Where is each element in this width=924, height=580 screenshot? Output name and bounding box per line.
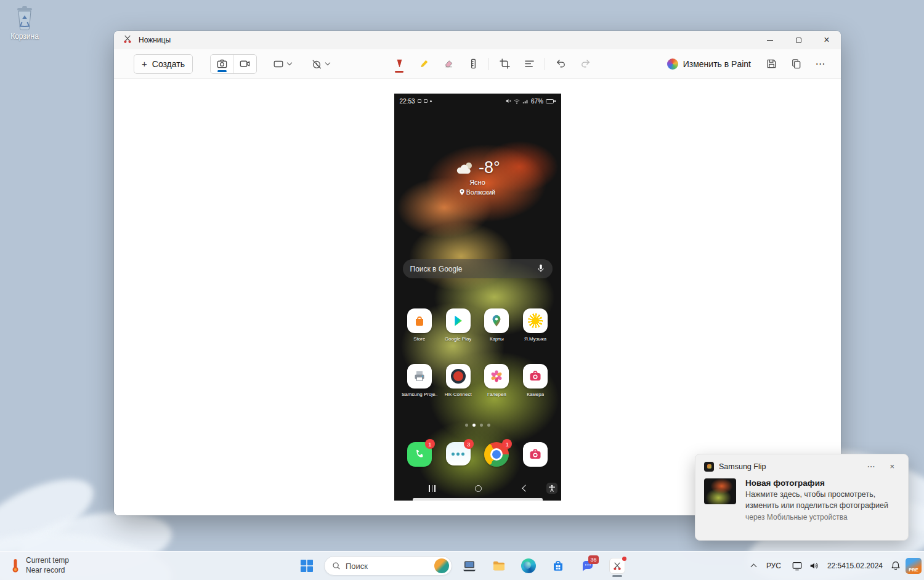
app-yandex-music: Я.Музыка — [517, 308, 554, 342]
toast-more-button[interactable]: ⋯ — [862, 461, 880, 472]
edit-in-paint-label: Изменить в Paint — [683, 59, 751, 69]
eraser-tool-button[interactable] — [439, 54, 458, 74]
volume-tray-button[interactable] — [806, 554, 823, 578]
chevron-down-icon — [287, 60, 292, 65]
snipping-tool-taskbar-button[interactable] — [605, 554, 630, 578]
search-highlight-image — [434, 558, 449, 573]
show-hidden-icons-button[interactable] — [748, 554, 759, 578]
chat-button[interactable]: 36 — [575, 554, 600, 578]
app-hik-connect: Hik-Connect — [440, 364, 477, 397]
taskbar-search-box[interactable]: Поиск — [324, 556, 452, 576]
search-icon — [332, 562, 341, 570]
laptop-icon — [462, 558, 477, 573]
text-actions-icon — [524, 58, 535, 70]
bottom-app-edge — [413, 498, 543, 501]
maximize-icon — [796, 38, 801, 43]
notification-icon — [424, 99, 428, 103]
screenshot-mode-button[interactable] — [211, 55, 233, 73]
maps-pin-icon — [490, 314, 503, 328]
file-explorer-button[interactable] — [487, 554, 511, 578]
record-mode-button[interactable] — [233, 55, 256, 73]
maximize-button[interactable] — [784, 31, 813, 49]
edit-in-paint-button[interactable]: Изменить в Paint — [661, 54, 757, 74]
dock-chrome-app: 1 — [484, 442, 509, 467]
home-page-dots — [394, 424, 561, 427]
toast-footer: через Мобильные устройства — [745, 513, 899, 522]
active-app-indicator — [612, 575, 622, 577]
recents-icon — [425, 481, 440, 496]
phone-screenshot: 22:53 67% — [394, 94, 561, 501]
crop-tool-button[interactable] — [495, 54, 514, 74]
edge-button[interactable] — [516, 554, 541, 578]
copy-icon — [790, 58, 802, 70]
insider-pre-badge[interactable]: PRE — [906, 558, 922, 574]
clock-date[interactable]: 22:54 15.02.2024 — [823, 554, 887, 578]
paint-icon — [667, 58, 678, 70]
close-button[interactable]: × — [813, 31, 841, 49]
copy-button[interactable] — [785, 54, 806, 74]
store-bag-icon — [412, 313, 427, 328]
toolbar-separator — [545, 58, 545, 70]
undo-button[interactable] — [551, 54, 570, 74]
titlebar[interactable]: Ножницы × — [114, 31, 841, 49]
store-button[interactable] — [546, 554, 570, 578]
back-icon — [518, 481, 533, 496]
minimize-button[interactable] — [756, 31, 784, 49]
snip-shape-dropdown[interactable] — [269, 54, 295, 74]
google-search-bar: Поиск в Google — [403, 259, 553, 278]
thermometer-icon — [10, 558, 21, 574]
toast-title: Новая фотография — [745, 478, 899, 488]
capture-mode-segment — [210, 54, 257, 74]
device-icon-button[interactable] — [457, 554, 482, 578]
more-options-button[interactable]: ⋯ — [810, 54, 831, 74]
highlighter-tool-button[interactable] — [415, 54, 433, 74]
tray-time: 22:54 — [827, 561, 846, 571]
pen-tool-button[interactable] — [390, 54, 408, 74]
toolbar-separator — [488, 58, 489, 70]
mic-icon — [537, 264, 545, 274]
notification-dot — [622, 557, 626, 561]
redo-button[interactable] — [576, 54, 594, 74]
page-dot — [480, 424, 483, 427]
chevron-up-icon — [750, 564, 756, 570]
more-icon: ⋯ — [816, 58, 826, 70]
chat-unread-badge: 36 — [588, 555, 599, 564]
dock: 1 3 1 — [400, 442, 555, 467]
snipping-tool-window: Ножницы × + Создать — [114, 31, 841, 515]
save-button[interactable] — [761, 54, 782, 74]
notification-dot-icon — [430, 100, 432, 102]
start-button[interactable] — [294, 554, 319, 578]
cloud-moon-icon — [455, 161, 474, 175]
toast-app-name: Samsung Flip — [719, 462, 766, 471]
bell-icon — [890, 560, 901, 571]
recycle-bin[interactable]: Корзина — [5, 5, 44, 41]
selected-mode-indicator — [217, 70, 227, 72]
page-dot — [465, 424, 468, 427]
battery-percent: 67% — [531, 98, 543, 105]
notification-toast[interactable]: Samsung Flip ⋯ × Новая фотография Нажмит… — [695, 454, 909, 541]
gallery-flower-icon — [489, 369, 504, 384]
camera-app-icon — [528, 447, 543, 462]
windows-logo-icon — [300, 559, 314, 573]
samsung-flip-icon — [704, 462, 714, 472]
notification-center-button[interactable] — [887, 554, 904, 578]
cellular-signal-icon — [522, 99, 529, 104]
location-pin-icon — [460, 189, 464, 195]
weather-widget-button[interactable]: Current temp Near record — [5, 554, 74, 578]
phone-handset-icon — [413, 448, 426, 461]
language-indicator[interactable]: РУС — [759, 554, 788, 578]
new-snip-button[interactable]: + Создать — [134, 54, 193, 74]
text-actions-button[interactable] — [520, 54, 538, 74]
phone-status-bar: 22:53 67% — [394, 94, 561, 108]
snip-canvas[interactable]: 22:53 67% — [114, 79, 841, 515]
page-dot — [487, 424, 490, 427]
google-search-placeholder: Поиск в Google — [410, 265, 463, 273]
desktop: Корзина Ножницы × + Создать — [0, 0, 924, 580]
toast-body: Нажмите здесь, чтобы просмотреть, измени… — [745, 489, 899, 512]
photo-thumbnail[interactable] — [704, 478, 736, 504]
phone-nav-bar — [394, 481, 561, 496]
display-tray-button[interactable] — [788, 554, 806, 578]
toast-close-button[interactable]: × — [885, 461, 899, 472]
timer-dropdown[interactable] — [307, 54, 333, 74]
ruler-tool-button[interactable] — [464, 54, 482, 74]
